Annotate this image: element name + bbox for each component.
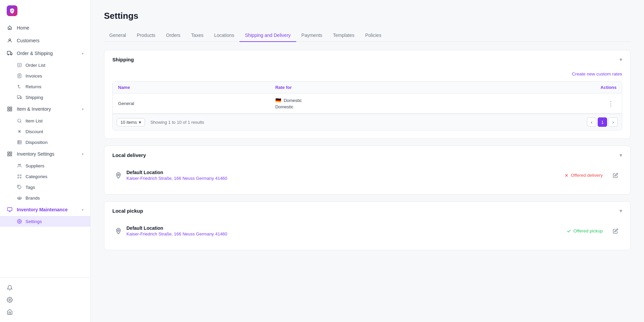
svg-rect-30 — [8, 154, 9, 156]
svg-rect-28 — [8, 152, 9, 154]
order-list-icon — [17, 62, 22, 68]
disposition-icon — [17, 140, 22, 145]
sidebar-bottom-store[interactable] — [0, 306, 90, 318]
sidebar-item-discount[interactable]: Discount — [0, 126, 90, 137]
sidebar-item-item-inventory[interactable]: Item & Inventory ▾ — [0, 103, 90, 115]
sidebar-item-order-shipping[interactable]: Order & Shipping ▾ — [0, 47, 90, 60]
local-pickup-chevron-icon: ▾ — [620, 208, 622, 214]
location-pin-icon — [115, 172, 122, 179]
sidebar-bottom-settings[interactable] — [0, 294, 90, 306]
sidebar-item-shipping[interactable]: Shipping — [0, 92, 90, 103]
tags-icon — [17, 184, 22, 190]
local-delivery-title: Local delivery — [112, 152, 146, 158]
th-actions: Actions — [590, 85, 616, 90]
sidebar-item-tags[interactable]: Tags — [0, 182, 90, 193]
local-pickup-card-header[interactable]: Local pickup ▾ — [104, 202, 630, 220]
pickup-location: Default Location Kaiser-Friedrich Straße… — [112, 220, 622, 242]
tab-payments[interactable]: Payments — [296, 29, 328, 42]
items-per-page-value: 10 items — [120, 120, 137, 125]
row-rate: 🇩🇪 Domestic Domestic — [275, 98, 590, 109]
sidebar-item-returns[interactable]: Returns — [0, 81, 90, 92]
home-icon — [7, 25, 13, 31]
discount-icon — [17, 129, 22, 134]
tab-general[interactable]: General — [104, 29, 131, 42]
shipping-table: Name Rate for Actions General 🇩🇪 Domesti… — [112, 81, 622, 130]
delivery-edit-button[interactable] — [611, 171, 620, 179]
svg-point-31 — [10, 154, 12, 156]
tab-shipping-delivery[interactable]: Shipping and Delivery — [239, 29, 296, 42]
sidebar-item-home[interactable]: Home — [0, 21, 90, 34]
sidebar-item-order-list-label: Order List — [25, 63, 45, 68]
svg-line-20 — [20, 122, 21, 123]
next-page-button[interactable]: › — [608, 117, 618, 127]
store-icon — [7, 309, 13, 315]
svg-rect-12 — [17, 96, 20, 98]
svg-point-44 — [19, 221, 20, 222]
item-list-icon — [17, 118, 22, 123]
svg-point-2 — [8, 54, 9, 55]
local-delivery-card: Local delivery ▾ Default Location Kaiser… — [104, 146, 631, 195]
items-select-chevron: ▾ — [139, 120, 141, 125]
items-per-page-select[interactable]: 10 items ▾ — [117, 118, 145, 126]
shipping-chevron-icon: ▾ — [620, 56, 622, 63]
settings-tabs: General Products Orders Taxes Locations … — [104, 29, 631, 42]
sidebar-item-brands-label: Brands — [25, 196, 40, 201]
sidebar-item-inventory-settings[interactable]: Inventory Settings ▾ — [0, 148, 90, 160]
tab-products[interactable]: Products — [131, 29, 161, 42]
sidebar: Home Customers Order & Shipping ▾ Order … — [0, 0, 91, 322]
sidebar-item-inventory-maintenance-label: Inventory Maintenance — [17, 207, 68, 212]
tab-locations[interactable]: Locations — [209, 29, 239, 42]
sidebar-item-suppliers[interactable]: Suppliers — [0, 160, 90, 171]
bell-icon — [7, 285, 13, 291]
prev-page-button[interactable]: ‹ — [587, 117, 596, 127]
delivery-status-label: Offered delivery — [571, 173, 603, 178]
notifications-wrapper — [7, 285, 13, 291]
sidebar-item-item-list-label: Item List — [25, 118, 43, 123]
svg-rect-29 — [10, 152, 12, 154]
pickup-location-info: Default Location Kaiser-Friedrich Straße… — [126, 225, 562, 236]
table-row: General 🇩🇪 Domestic Domestic ⋮ — [113, 94, 622, 114]
app-logo — [7, 5, 17, 16]
local-delivery-card-header[interactable]: Local delivery ▾ — [104, 146, 630, 164]
pickup-status-label: Offered pickup — [573, 228, 603, 233]
sidebar-item-disposition[interactable]: Disposition — [0, 137, 90, 148]
svg-rect-18 — [10, 109, 12, 111]
sidebar-item-settings[interactable]: Settings — [0, 216, 90, 227]
th-name: Name — [118, 85, 275, 90]
table-header: Name Rate for Actions — [113, 82, 622, 94]
pagination-buttons: ‹ 1 › — [587, 117, 618, 127]
sidebar-item-invoices[interactable]: Invoices — [0, 70, 90, 81]
pickup-status-icon — [567, 229, 571, 233]
svg-point-21 — [18, 130, 19, 131]
svg-point-35 — [20, 175, 21, 176]
row-actions: ⋮ — [590, 99, 616, 108]
tab-policies[interactable]: Policies — [360, 29, 387, 42]
sidebar-item-suppliers-label: Suppliers — [25, 163, 44, 168]
sidebar-item-customers[interactable]: Customers — [0, 34, 90, 47]
sidebar-bottom-notifications[interactable] — [0, 282, 90, 294]
sidebar-nav: Home Customers Order & Shipping ▾ Order … — [0, 21, 90, 277]
sidebar-item-categories[interactable]: Categories — [0, 171, 90, 182]
shipping-card-header[interactable]: Shipping ▾ — [104, 50, 630, 69]
sidebar-item-item-inventory-label: Item & Inventory — [17, 106, 51, 112]
svg-point-34 — [18, 175, 19, 176]
page-1-button[interactable]: 1 — [598, 117, 607, 127]
sidebar-item-tags-label: Tags — [25, 185, 35, 190]
row-actions-button[interactable]: ⋮ — [605, 99, 616, 108]
create-custom-rates-link[interactable]: Create new custom rates — [572, 71, 622, 76]
sidebar-item-inventory-maintenance[interactable]: Inventory Maintenance ▾ — [0, 203, 90, 216]
order-shipping-chevron: ▾ — [82, 52, 84, 55]
sidebar-item-item-list[interactable]: Item List — [0, 115, 90, 126]
shipping-card: Shipping ▾ Create new custom rates Name … — [104, 50, 631, 139]
flag-icon: 🇩🇪 — [275, 98, 281, 103]
svg-point-0 — [9, 39, 10, 41]
delivery-location-address: Kaiser-Friedrich Straße, 166 Neuss Germa… — [126, 176, 559, 181]
tab-templates[interactable]: Templates — [328, 29, 360, 42]
sidebar-item-brands[interactable]: Brands — [0, 193, 90, 203]
pickup-edit-button[interactable] — [611, 227, 620, 235]
item-inventory-chevron: ▾ — [82, 107, 84, 111]
tab-taxes[interactable]: Taxes — [186, 29, 209, 42]
delivery-status-icon — [564, 173, 569, 178]
sidebar-item-order-list[interactable]: Order List — [0, 60, 90, 70]
tab-orders[interactable]: Orders — [161, 29, 186, 42]
